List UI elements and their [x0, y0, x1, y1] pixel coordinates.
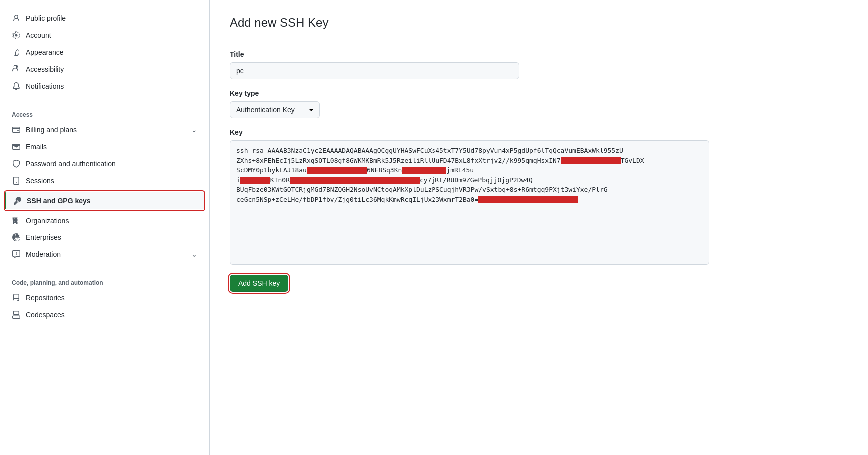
sidebar-item-label: Moderation: [26, 250, 61, 258]
title-group: Title: [230, 50, 848, 79]
title-input[interactable]: [230, 62, 519, 79]
sidebar-item-label: Account: [26, 31, 51, 39]
globe-icon: [12, 233, 21, 242]
title-divider: [230, 38, 848, 38]
organization-icon: [12, 216, 21, 225]
sidebar-item-notifications[interactable]: Notifications: [0, 78, 209, 95]
sidebar-item-label: Emails: [26, 143, 47, 151]
person-icon: [12, 14, 21, 23]
sidebar-item-emails[interactable]: Emails: [0, 138, 209, 155]
keytype-group: Key type Authentication Key Signing Key: [230, 89, 848, 118]
sidebar-item-label: Notifications: [26, 82, 64, 90]
sidebar-section-code: Code, planning, and automation: [0, 271, 209, 289]
codespaces-icon: [12, 310, 21, 319]
add-ssh-key-button[interactable]: Add SSH key: [230, 275, 288, 292]
sidebar-item-public-profile[interactable]: Public profile: [0, 10, 209, 27]
sidebar-item-enterprises[interactable]: Enterprises: [0, 229, 209, 246]
sidebar-item-password[interactable]: Password and authentication: [0, 155, 209, 172]
sidebar-section-access: Access: [0, 103, 209, 121]
sidebar: Public profile Account Appearance Access…: [0, 0, 210, 455]
sidebar-item-appearance[interactable]: Appearance: [0, 44, 209, 61]
chevron-down-icon: ⌄: [191, 126, 197, 134]
sidebar-item-accessibility[interactable]: Accessibility: [0, 61, 209, 78]
sidebar-item-label: Password and authentication: [26, 160, 116, 168]
key-label: Key: [230, 128, 848, 136]
sidebar-item-label: Accessibility: [26, 65, 64, 73]
chevron-down-icon: ⌄: [191, 250, 197, 258]
keytype-select[interactable]: Authentication Key Signing Key: [230, 101, 320, 118]
paintbrush-icon: [12, 48, 21, 57]
sidebar-item-label: Repositories: [26, 294, 65, 302]
bell-icon: [12, 82, 21, 91]
sidebar-item-billing[interactable]: Billing and plans ⌄: [0, 121, 209, 138]
sidebar-item-codespaces[interactable]: Codespaces: [0, 306, 209, 323]
sidebar-item-label: Codespaces: [26, 311, 65, 319]
sidebar-item-sessions[interactable]: Sessions: [0, 172, 209, 189]
title-label: Title: [230, 50, 848, 58]
sidebar-divider-2: [8, 267, 201, 267]
sidebar-item-label: SSH and GPG keys: [27, 197, 91, 205]
sidebar-divider: [8, 99, 201, 99]
key-group: Key ssh-rsa AAAAB3NzaC1yc2EAAAADAQABAAAg…: [230, 128, 848, 265]
shield-icon: [12, 159, 21, 168]
sidebar-item-label: Organizations: [26, 217, 69, 225]
active-item-box: SSH and GPG keys: [4, 190, 205, 211]
page-title: Add new SSH Key: [230, 16, 848, 30]
sidebar-item-label: Billing and plans: [26, 126, 77, 134]
sidebar-item-organizations[interactable]: Organizations: [0, 212, 209, 229]
accessibility-icon: [12, 65, 21, 74]
report-icon: [12, 250, 21, 259]
sidebar-item-account[interactable]: Account: [0, 27, 209, 44]
sidebar-item-repositories[interactable]: Repositories: [0, 289, 209, 306]
key-input[interactable]: ssh-rsa AAAAB3NzaC1yc2EAAAADAQABAAAgQCgg…: [230, 140, 709, 265]
sidebar-item-label: Appearance: [26, 48, 64, 56]
sidebar-item-ssh-gpg[interactable]: SSH and GPG keys: [5, 192, 204, 209]
gear-icon: [12, 31, 21, 40]
sidebar-item-moderation[interactable]: Moderation ⌄: [0, 246, 209, 263]
repo-icon: [12, 293, 21, 302]
keytype-label: Key type: [230, 89, 848, 97]
sidebar-item-label: Sessions: [26, 177, 54, 185]
key-icon: [13, 196, 22, 205]
devicemobile-icon: [12, 176, 21, 185]
creditcard-icon: [12, 125, 21, 134]
mail-icon: [12, 142, 21, 151]
sidebar-item-label: Public profile: [26, 14, 66, 22]
sidebar-item-label: Enterprises: [26, 233, 61, 241]
main-content: Add new SSH Key Title Key type Authentic…: [210, 0, 868, 455]
